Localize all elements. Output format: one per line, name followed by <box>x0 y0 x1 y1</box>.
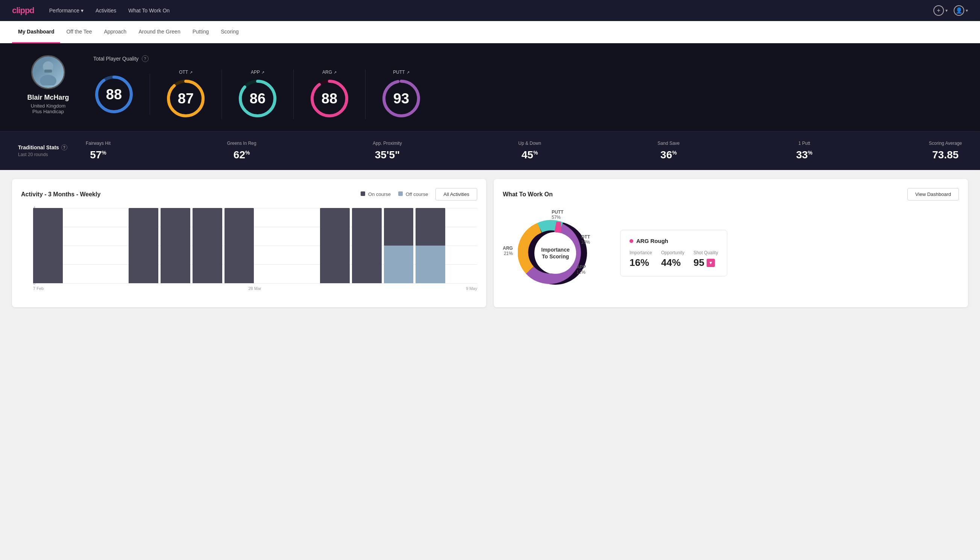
arg-card-header: ARG Rough <box>629 238 718 244</box>
donut-wrapper: Importance To Scoring PUTT 57% OTT 10% A… <box>503 208 608 298</box>
tab-around-the-green[interactable]: Around the Green <box>132 21 186 43</box>
score-ott: OTT ↗ 87 <box>150 70 222 119</box>
x-label-feb: 7 Feb <box>33 286 43 291</box>
bar-off-course-11 <box>384 246 414 283</box>
arg-card-title: ARG Rough <box>636 238 668 244</box>
score-label-ott: OTT ↗ <box>179 70 193 75</box>
user-chevron-icon: ▾ <box>966 8 968 13</box>
bar-group-1 <box>65 208 95 283</box>
tab-scoring[interactable]: Scoring <box>215 21 245 43</box>
bar-group-12 <box>416 208 445 283</box>
score-label-app: APP ↗ <box>251 70 265 75</box>
bar-group-7 <box>256 208 286 283</box>
donut-chart: Importance To Scoring <box>518 215 593 291</box>
player-name: Blair McHarg <box>27 93 69 102</box>
arg-dot-icon <box>629 239 633 243</box>
x-axis: 7 Feb 28 Mar 9 May <box>21 286 477 291</box>
score-putt: PUTT ↗ 93 <box>366 70 437 119</box>
on-course-legend-dot <box>361 192 365 196</box>
donut-label-ott: PUTT 57% <box>552 210 563 220</box>
grid-line-0: 0 <box>33 283 477 283</box>
trad-stats-sublabel: Last 20 rounds <box>18 152 86 157</box>
avatar-image <box>32 57 64 88</box>
arg-metric-opportunity: Opportunity 44% <box>661 250 684 268</box>
tab-off-the-tee[interactable]: Off the Tee <box>60 21 98 43</box>
nav-right: + ▾ 👤 ▾ <box>933 5 968 16</box>
plus-icon: + <box>933 5 944 16</box>
bar-group-6 <box>225 208 254 283</box>
chevron-down-icon: ▾ <box>81 8 83 13</box>
off-course-legend: Off course <box>398 192 428 197</box>
bar-on-course-4 <box>161 208 190 283</box>
traditional-stats-section: Traditional Stats ? Last 20 rounds Fairw… <box>0 131 980 170</box>
tab-my-dashboard[interactable]: My Dashboard <box>12 21 60 43</box>
bar-group-5 <box>193 208 222 283</box>
tpq-label: Total Player Quality ? <box>93 55 962 62</box>
score-circle-ott: 87 <box>165 78 206 119</box>
tab-approach[interactable]: Approach <box>98 21 132 43</box>
score-app: APP ↗ 86 <box>222 70 294 119</box>
arg-metric-importance: Importance 16% <box>629 250 652 268</box>
x-label-mar: 28 Mar <box>248 286 261 291</box>
stat-up-and-down: Up & Down 45% <box>518 141 541 161</box>
nav-what-to-work-on[interactable]: What To Work On <box>128 8 170 13</box>
arrow-icon-arg: ↗ <box>334 70 336 75</box>
off-course-legend-dot <box>398 192 403 196</box>
nav-links: Performance ▾ Activities What To Work On <box>49 8 933 13</box>
stat-app-proximity: App. Proximity 35'5" <box>373 141 402 161</box>
bar-chart: 4 3 2 1 0 7 Feb 28 Mar 9 May <box>21 208 477 291</box>
tpq-help-icon[interactable]: ? <box>142 55 148 62</box>
nav-performance[interactable]: Performance ▾ <box>49 8 83 13</box>
activity-chart-title: Activity - 3 Months - Weekly <box>21 191 100 198</box>
player-info: Blair McHarg United Kingdom Plus Handica… <box>18 55 78 114</box>
trad-stats-help-icon[interactable]: ? <box>61 144 67 150</box>
add-button[interactable]: + ▾ <box>933 5 948 16</box>
score-value-arg: 88 <box>321 91 337 107</box>
tab-putting[interactable]: Putting <box>186 21 215 43</box>
svg-point-15 <box>535 232 576 274</box>
score-label-putt: PUTT ↗ <box>393 70 409 75</box>
stat-one-putt: 1 Putt 33% <box>796 141 813 161</box>
donut-label-arg: APP 12% <box>576 264 586 275</box>
stat-sand-save: Sand Save 36% <box>658 141 680 161</box>
score-value-putt: 93 <box>393 91 409 107</box>
arg-card: ARG Rough Importance 16% Opportunity 44%… <box>620 230 727 277</box>
what-to-work-on-header: What To Work On View Dashboard <box>503 188 959 200</box>
donut-label-app: OTT 10% <box>581 234 590 245</box>
bar-on-course-5 <box>193 208 222 283</box>
svg-text:To Scoring: To Scoring <box>542 253 569 260</box>
chart-grid: 4 3 2 1 0 <box>21 208 477 283</box>
bar-group-11 <box>384 208 414 283</box>
score-value-app: 86 <box>250 91 266 107</box>
avatar <box>31 55 65 89</box>
view-dashboard-button[interactable]: View Dashboard <box>907 188 959 200</box>
bar-on-course-9 <box>320 208 350 283</box>
tpq-section: Total Player Quality ? 88 <box>93 55 962 119</box>
on-course-legend: On course <box>361 192 391 197</box>
player-handicap: Plus Handicap <box>32 109 64 114</box>
bar-group-2 <box>97 208 127 283</box>
bar-group-0 <box>33 208 63 283</box>
bar-on-course-12 <box>416 208 445 246</box>
what-to-work-on-title: What To Work On <box>503 191 553 198</box>
bar-on-course-6 <box>225 208 254 283</box>
stat-items: Fairways Hit 57% Greens In Reg 62% App. … <box>86 141 962 161</box>
hero-section: Blair McHarg United Kingdom Plus Handica… <box>0 43 980 131</box>
score-value-ott: 87 <box>178 91 194 107</box>
user-menu-button[interactable]: 👤 ▾ <box>954 5 968 16</box>
stat-greens-in-reg: Greens In Reg 62% <box>227 141 256 161</box>
bar-on-course-3 <box>129 208 158 283</box>
score-arg: ARG ↗ 88 <box>294 70 366 119</box>
scores-row: 88 OTT ↗ 87 <box>93 70 962 119</box>
logo[interactable]: clippd <box>12 6 34 15</box>
add-chevron-icon: ▾ <box>945 8 948 13</box>
nav-activities[interactable]: Activities <box>95 8 116 13</box>
bar-on-course-10 <box>352 208 382 283</box>
activity-chart-header: Activity - 3 Months - Weekly On course O… <box>21 188 477 200</box>
score-main: 88 <box>93 74 150 115</box>
bottom-panels: Activity - 3 Months - Weekly On course O… <box>0 170 980 316</box>
bar-off-course-12 <box>416 246 445 283</box>
all-activities-button[interactable]: All Activities <box>436 188 477 200</box>
arg-metrics: Importance 16% Opportunity 44% Shot Qual… <box>629 250 718 268</box>
bar-on-course-11 <box>384 208 414 246</box>
